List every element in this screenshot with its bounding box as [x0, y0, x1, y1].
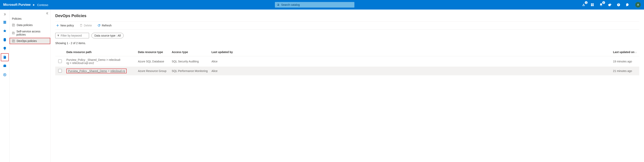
grid-icon[interactable]: [590, 2, 595, 7]
app-header: Microsoft Purview ▶ Contoso 1 2 A: [0, 0, 644, 10]
plus-icon: [56, 24, 59, 27]
chevron-right-icon: ▶: [33, 4, 35, 6]
sidebar: Policies Data policies Self-service acce…: [10, 10, 50, 162]
cell-access: SQL Security Auditing: [170, 56, 210, 67]
toolbar: New policy Delete Refresh: [55, 21, 639, 30]
share-badge: 1: [585, 1, 588, 4]
cell-path[interactable]: Purview_Policy _Shared_Demo>relecloud-rg: [65, 66, 136, 75]
rail-item-privacy[interactable]: [1, 71, 9, 79]
filter-source-label: Data source type :: [94, 34, 118, 37]
cell-access: SQL Performance Monitoring: [170, 66, 210, 75]
search-box[interactable]: [275, 2, 354, 8]
delete-label: Delete: [84, 24, 92, 27]
cell-type: Azure Resource Group: [136, 66, 170, 75]
filter-source-value: All: [118, 34, 121, 37]
row-checkbox[interactable]: [58, 60, 62, 63]
page-title: DevOps Policies: [55, 14, 639, 18]
bell-icon[interactable]: 2: [599, 2, 604, 7]
table-row[interactable]: Purview_Policy _Shared_Demo>relecloud-rg…: [55, 66, 639, 75]
main-layout: Policies Data policies Self-service acce…: [0, 10, 644, 162]
table-row[interactable]: Purview_Policy _Shared_Demo>relecloud-rg…: [55, 56, 639, 67]
sidebar-item-data-policies[interactable]: Data policies: [10, 22, 50, 28]
path-segment[interactable]: relecloud-sql-srv2: [72, 62, 94, 64]
sort-down-icon: ↓: [635, 51, 636, 54]
tenant-name[interactable]: Contoso: [37, 3, 48, 6]
rail-item-management[interactable]: [1, 62, 9, 70]
path-segment[interactable]: relecloud-rg: [110, 69, 125, 72]
filter-icon: [57, 34, 60, 37]
rail-item-catalog[interactable]: [1, 18, 9, 26]
filter-keyword-input[interactable]: [60, 34, 87, 37]
rail-item-map[interactable]: [1, 27, 9, 35]
product-name: Microsoft Purview: [3, 3, 30, 6]
sidebar-item-label: Self-service access policies: [16, 30, 48, 36]
rail-item-insights[interactable]: [1, 44, 9, 52]
result-count: Showing 1 - 2 of 2 items.: [55, 42, 639, 45]
cell-updated_on: 19 minutes ago: [612, 56, 639, 67]
notif-badge: 2: [602, 1, 605, 4]
cell-type: Azure SQL Database: [136, 56, 170, 67]
policy-icon: [12, 24, 15, 27]
search-input[interactable]: [281, 3, 352, 6]
refresh-label: Refresh: [102, 24, 112, 27]
policy-icon: [12, 39, 15, 42]
feedback-icon[interactable]: [625, 2, 630, 7]
cell-updated_on: 21 minutes ago: [612, 66, 639, 75]
col-type-header[interactable]: Data resource type: [136, 48, 170, 56]
sidebar-item-label: Data policies: [17, 24, 32, 27]
col-access-header[interactable]: Access type: [170, 48, 210, 56]
sidebar-item-label: DevOps policies: [17, 39, 37, 42]
row-checkbox[interactable]: [58, 69, 62, 72]
delete-button: Delete: [79, 23, 92, 28]
filter-row: Data source type : All: [55, 33, 639, 38]
content-area: DevOps Policies New policy Delete Refres…: [50, 10, 644, 162]
new-policy-label: New policy: [60, 24, 74, 27]
share-icon[interactable]: 1: [581, 2, 586, 7]
svg-point-1: [4, 74, 5, 75]
path-segment[interactable]: Purview_Policy _Shared_Demo: [66, 58, 106, 62]
chevron-right-icon: >: [106, 58, 108, 62]
new-policy-button[interactable]: New policy: [55, 23, 75, 28]
header-right: 1 2 A: [581, 2, 641, 8]
policy-icon: [12, 32, 15, 34]
search-icon: [277, 4, 280, 6]
policies-table: Data resource path Data resource type Ac…: [55, 48, 639, 75]
chevron-right-icon: >: [108, 69, 110, 72]
filter-keyword-box[interactable]: [55, 33, 89, 38]
chevron-right-icon: >: [70, 62, 71, 64]
sidebar-item-devops[interactable]: DevOps policies: [10, 38, 50, 44]
sidebar-title: Policies: [10, 16, 50, 22]
search-wrap: [48, 2, 581, 8]
rail-item-policy[interactable]: [1, 53, 9, 61]
cell-updated_by: Alice: [210, 66, 612, 75]
sidebar-item-self-service[interactable]: Self-service access policies: [10, 28, 50, 38]
col-updatedby-header[interactable]: Last updated by: [210, 48, 612, 56]
col-path-header[interactable]: Data resource path: [65, 48, 136, 56]
rail-item-sources[interactable]: [1, 36, 9, 44]
gear-icon[interactable]: [608, 2, 612, 7]
refresh-button[interactable]: Refresh: [96, 23, 112, 28]
refresh-icon: [98, 24, 100, 27]
trash-icon: [80, 24, 83, 27]
cell-updated_by: Alice: [210, 56, 612, 67]
avatar[interactable]: A: [635, 2, 641, 8]
help-icon[interactable]: [616, 2, 621, 7]
header-left: Microsoft Purview ▶ Contoso: [3, 3, 48, 6]
cell-path[interactable]: Purview_Policy _Shared_Demo>relecloud-rg…: [65, 56, 136, 67]
left-rail: [0, 10, 10, 162]
path-segment[interactable]: Purview_Policy _Shared_Demo: [68, 69, 107, 72]
col-updatedon-header[interactable]: Last updated on↓: [612, 48, 639, 56]
filter-source-type[interactable]: Data source type : All: [92, 33, 124, 38]
sidebar-collapse-icon[interactable]: [10, 11, 50, 16]
col-checkbox: [55, 48, 65, 56]
rail-expand-icon[interactable]: [1, 11, 9, 18]
